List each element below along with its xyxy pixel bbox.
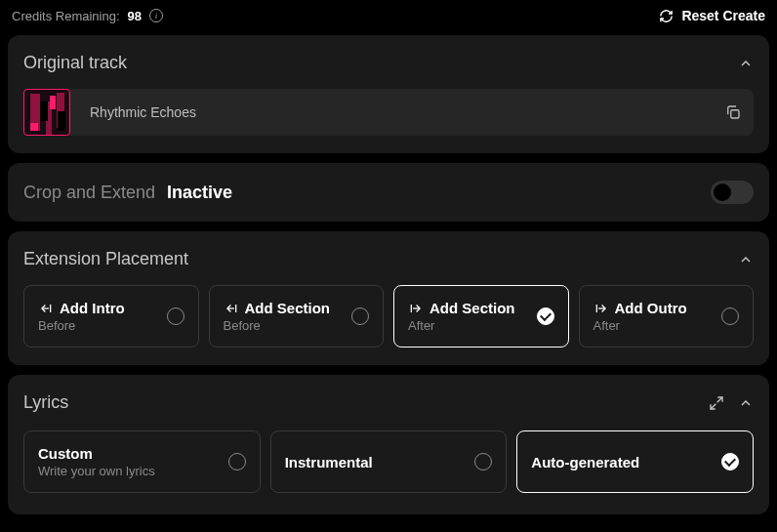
lyrics-header: Lyrics (23, 392, 754, 413)
option-title: Custom (38, 445, 155, 462)
option-sub: Before (38, 318, 125, 333)
crop-extend-label: Crop and Extend (23, 183, 155, 203)
lyrics-option-1[interactable]: Instrumental (270, 430, 508, 493)
option-sub: Write your own lyrics (38, 464, 155, 478)
bar-arrow-right-icon (408, 302, 424, 315)
bar-arrow-right-icon (593, 302, 609, 315)
chevron-up-icon (738, 56, 754, 71)
original-track-header[interactable]: Original track (23, 53, 754, 73)
extension-option-1[interactable]: Add SectionBefore (209, 285, 385, 348)
option-text: Add OutroAfter (593, 300, 687, 333)
original-track-panel: Original track Rhythmic Echoes (8, 35, 769, 153)
radio-indicator (537, 307, 554, 325)
extension-option-3[interactable]: Add OutroAfter (579, 285, 755, 348)
option-title: Add Section (429, 300, 515, 316)
track-thumbnail[interactable] (23, 89, 70, 136)
option-title: Auto-generated (531, 454, 639, 471)
credits-remaining: Credits Remaining: 98 i (12, 9, 163, 23)
copy-icon[interactable] (724, 103, 742, 121)
radio-indicator (721, 307, 739, 325)
option-title: Add Section (245, 300, 331, 316)
arrow-left-bar-icon (38, 302, 54, 315)
radio-indicator (351, 307, 369, 325)
option-title: Instrumental (285, 454, 373, 471)
option-text: Add SectionAfter (408, 300, 515, 333)
radio-indicator (474, 453, 492, 471)
option-text: Add IntroBefore (38, 300, 125, 333)
extension-option-2[interactable]: Add SectionAfter (393, 285, 569, 348)
option-text: Instrumental (285, 454, 373, 471)
radio-indicator (167, 307, 184, 325)
svg-rect-0 (731, 110, 739, 118)
radio-indicator (721, 453, 739, 471)
radio-indicator (228, 453, 246, 471)
panel-title: Original track (23, 53, 127, 73)
option-title: Add Intro (60, 300, 125, 316)
panel-title: Extension Placement (23, 249, 188, 269)
option-sub: After (593, 318, 687, 333)
reset-create-button[interactable]: Reset Create (659, 8, 765, 23)
track-name: Rhythmic Echoes (82, 104, 713, 120)
option-text: CustomWrite your own lyrics (38, 445, 155, 478)
option-sub: After (408, 318, 515, 333)
crop-extend-status: Inactive (167, 183, 232, 203)
track-row: Rhythmic Echoes (39, 89, 754, 136)
chevron-up-icon (738, 252, 754, 267)
reset-label: Reset Create (681, 8, 765, 23)
credits-label: Credits Remaining: (12, 9, 120, 23)
refresh-icon (659, 9, 674, 23)
option-text: Auto-generated (531, 454, 639, 471)
crop-extend-panel: Crop and Extend Inactive (8, 163, 769, 222)
extension-placement-panel: Extension Placement Add IntroBeforeAdd S… (8, 231, 769, 365)
option-title: Add Outro (615, 300, 687, 316)
extension-option-0[interactable]: Add IntroBefore (23, 285, 199, 348)
chevron-up-icon[interactable] (738, 395, 754, 411)
lyrics-option-0[interactable]: CustomWrite your own lyrics (23, 430, 261, 493)
arrow-left-bar-icon (224, 302, 239, 315)
info-icon[interactable]: i (149, 9, 163, 22)
option-text: Add SectionBefore (224, 300, 331, 333)
panel-title: Lyrics (23, 392, 68, 413)
extension-placement-header[interactable]: Extension Placement (23, 249, 754, 269)
crop-extend-toggle[interactable] (711, 181, 754, 204)
lyrics-option-2[interactable]: Auto-generated (516, 430, 754, 493)
lyrics-panel: Lyrics CustomWrite your own lyricsInstru… (8, 375, 769, 514)
option-sub: Before (224, 318, 331, 333)
credits-value: 98 (128, 9, 142, 23)
expand-icon[interactable] (709, 395, 724, 411)
crop-extend-label-group: Crop and Extend Inactive (23, 183, 232, 203)
toggle-knob (714, 184, 731, 201)
header-bar: Credits Remaining: 98 i Reset Create (0, 0, 777, 35)
